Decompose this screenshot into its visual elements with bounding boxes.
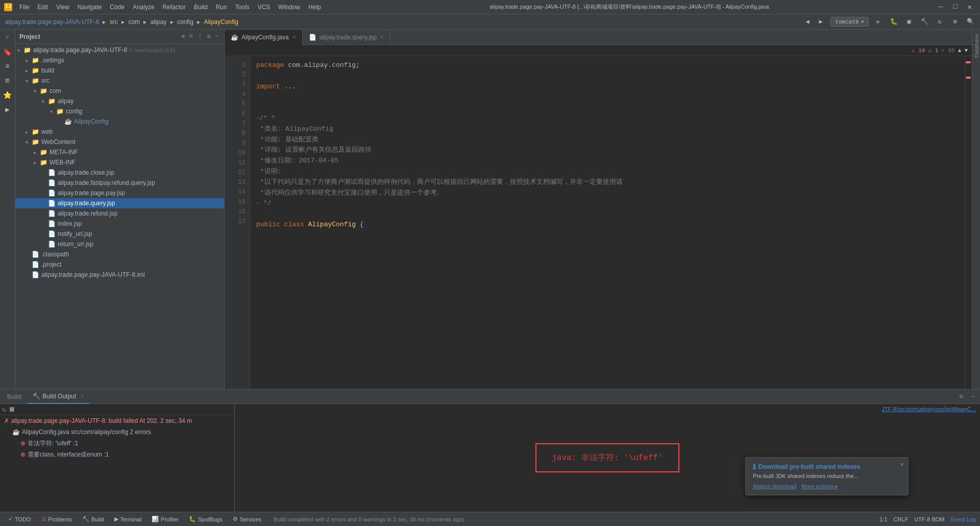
breadcrumb-file[interactable]: AlipayConfig (204, 18, 238, 26)
stop-build-icon[interactable]: ⏹ (8, 405, 15, 414)
favorites-icon[interactable]: ⭐ (2, 89, 14, 101)
maximize-button[interactable]: □ (949, 2, 961, 12)
menu-item-run[interactable]: Run (213, 3, 230, 12)
menu-item-code[interactable]: Code (107, 3, 128, 12)
menu-item-view[interactable]: View (53, 3, 72, 12)
breadcrumb-config[interactable]: config (177, 18, 193, 26)
code-editor[interactable]: package com.alipay.config; import ... ▾/… (250, 56, 965, 389)
tree-item-fastpay-jsp[interactable]: 📄 alipay.trade.fastpay.refund.query.jsp (15, 178, 224, 188)
tree-item-alipayconfig[interactable]: ☕ AlipayConfig (15, 116, 224, 127)
editor-content[interactable]: 1 2 3 4 5 6 7 8 9 10 11 12 13 14 15 16 1… (225, 56, 972, 389)
build-error-1[interactable]: ⊗ 非法字符: '\ufeff' :1 (0, 438, 234, 449)
notification-close-button[interactable]: ✕ (900, 461, 904, 468)
status-tab-todo[interactable]: ✓ TODO (4, 515, 35, 523)
menu-item-build[interactable]: Build (191, 3, 211, 12)
status-tab-problems[interactable]: ⚠ Problems (37, 515, 76, 523)
bookmarks-icon[interactable]: 🔖 (2, 46, 14, 58)
database-sidebar-label[interactable]: Database (973, 30, 979, 62)
tree-item-pagepay-jsp[interactable]: 📄 alipay.trade.page.pay.jsp (15, 188, 224, 198)
tree-item-iml[interactable]: 📄 alipay.trade.page.pay-JAVA-UTF-8.iml (15, 270, 224, 280)
status-position[interactable]: 1:1 (879, 516, 887, 522)
build-item-file[interactable]: ☕ AlipayConfig.java src/com/alipay/confi… (0, 426, 234, 438)
project-panel-icons[interactable]: ⊕ ≡ ⋮ ⚙ – (180, 32, 220, 41)
breadcrumb-project[interactable]: alipay.trade.page.pay-JAVA-UTF-8 (5, 18, 99, 26)
hide-panel-icon[interactable]: – (213, 32, 220, 41)
expand-all-icon[interactable]: ⊕ (180, 32, 186, 41)
scroll-up-icon[interactable]: ▲ (958, 47, 962, 54)
run-config[interactable]: tomcat8 ▾ (830, 17, 869, 27)
search-everywhere-button[interactable]: 🔍 (965, 16, 976, 28)
more-actions-link[interactable]: More actions ▸ (801, 483, 838, 490)
build-button[interactable]: 🔨 (919, 16, 930, 28)
tree-item-project[interactable]: 📄 .project (15, 259, 224, 270)
menu-item-edit[interactable]: Edit (34, 3, 51, 12)
tree-item-index-jsp[interactable]: 📄 index.jsp (15, 219, 224, 229)
window-controls[interactable]: — □ ✕ (935, 2, 976, 12)
event-log-button[interactable]: Event Log (950, 516, 976, 522)
menu-item-tools[interactable]: Tools (232, 3, 253, 12)
breadcrumb-com[interactable]: com (128, 18, 140, 26)
status-tab-services[interactable]: ⚙ Services (229, 515, 265, 523)
tree-item-refund-jsp[interactable]: 📄 alipay.trade.refund.jsp (15, 208, 224, 219)
minimize-button[interactable]: — (935, 2, 947, 12)
sync-button[interactable]: ↻ (934, 16, 945, 28)
debug-button[interactable]: 🐛 (888, 16, 899, 28)
tree-item-notify-jsp[interactable]: 📄 notify_url.jsp (15, 229, 224, 239)
forward-button[interactable]: ▶ (815, 16, 826, 28)
tree-item-alipay[interactable]: ▾ 📁 alipay (15, 96, 224, 106)
tab-query[interactable]: 📄 alipay.trade.query.jsp ✕ (303, 30, 390, 45)
build-error-2[interactable]: ⊗ 需要class, interface或enum :1 (0, 449, 234, 460)
status-charset[interactable]: UTF-8 BOM (914, 516, 944, 522)
status-tab-terminal[interactable]: ▶ Terminal (110, 515, 146, 523)
back-button[interactable]: ◀ (802, 16, 813, 28)
tree-item-return-jsp[interactable]: 📄 return_url.jsp (15, 239, 224, 249)
run-button[interactable]: ▶ (873, 16, 884, 28)
tree-item-metainf[interactable]: ▸ 📁 META-INF (15, 147, 224, 157)
more-options-icon[interactable]: ⋮ (195, 32, 205, 41)
file-link[interactable]: JTF-8\src\com\alipay\config\AlipayC... (881, 406, 976, 412)
bottom-tab-build-output[interactable]: 🔨 Build Output ✕ (28, 390, 89, 404)
breadcrumb-src[interactable]: src (110, 18, 118, 26)
menu-item-refactor[interactable]: Refactor (160, 3, 189, 12)
tree-item-config[interactable]: ▾ 📁 config (15, 106, 224, 116)
bottom-tab-close[interactable]: ✕ (80, 393, 84, 399)
tree-item-web[interactable]: ▸ 📁 web (15, 127, 224, 137)
menu-item-navigate[interactable]: Navigate (75, 3, 105, 12)
menu-item-window[interactable]: Window (275, 3, 303, 12)
menu-item-analyze[interactable]: Analyze (130, 3, 158, 12)
collapse-all-icon[interactable]: ≡ (187, 32, 194, 41)
tree-item-webinf[interactable]: ▸ 📁 WEB-INF (15, 157, 224, 168)
run-dashboard-icon[interactable]: ▶ (2, 103, 14, 115)
menu-item-vcs[interactable]: VCS (255, 3, 274, 12)
status-tab-spotbugs[interactable]: 🐛 SpotBugs (185, 515, 227, 523)
tab-alipayconfig[interactable]: ☕ AlipayConfig.java ✕ (225, 30, 303, 45)
tree-item-root[interactable]: ▾ 📁 alipay.trade.page.pay-JAVA-UTF-8 F:\… (15, 45, 224, 55)
always-download-link[interactable]: Always download (753, 483, 796, 490)
menu-item-file[interactable]: File (16, 3, 32, 12)
build-item-main[interactable]: ✗ alipay.trade.page.pay-JAVA-UTF-8: buil… (0, 415, 234, 426)
maven-icon[interactable]: m (2, 75, 14, 87)
tree-item-close-jsp[interactable]: 📄 alipay.trade.close.jsp (15, 168, 224, 178)
settings-button[interactable]: ⚙ (949, 16, 961, 28)
tree-item-src[interactable]: ▾ 📁 src (15, 76, 224, 86)
settings-icon[interactable]: ⚙ (206, 32, 212, 41)
tab-query-close[interactable]: ✕ (380, 34, 384, 40)
tree-item-com[interactable]: ▾ 📁 com (15, 86, 224, 96)
close-button[interactable]: ✕ (964, 2, 976, 12)
tree-item-webcontent[interactable]: ▾ 📁 WebContent (15, 137, 224, 147)
status-crlf[interactable]: CRLF (893, 516, 908, 522)
status-tab-profiler[interactable]: 📊 Profiler (148, 515, 183, 523)
coverage-button[interactable]: ▣ (903, 16, 915, 28)
structure-sidebar-icon[interactable]: ≡ (2, 60, 14, 73)
editor-scrollbar[interactable] (965, 56, 972, 389)
bottom-settings-icon[interactable]: ⚙ (957, 392, 966, 401)
rebuild-icon[interactable]: ↻ (2, 405, 6, 414)
tree-item-settings[interactable]: ▸ 📁 .settings (15, 55, 224, 65)
menu-bar[interactable]: FileEditViewNavigateCodeAnalyzeRefactorB… (16, 3, 324, 12)
status-tab-build[interactable]: 🔨 Build (78, 515, 108, 523)
tree-item-classpath[interactable]: 📄 .classpath (15, 249, 224, 259)
menu-item-help[interactable]: Help (305, 3, 324, 12)
breadcrumb-alipay[interactable]: alipay (151, 18, 166, 26)
scroll-down-icon[interactable]: ▼ (964, 47, 968, 54)
tree-item-build[interactable]: ▸ 📁 build (15, 65, 224, 76)
